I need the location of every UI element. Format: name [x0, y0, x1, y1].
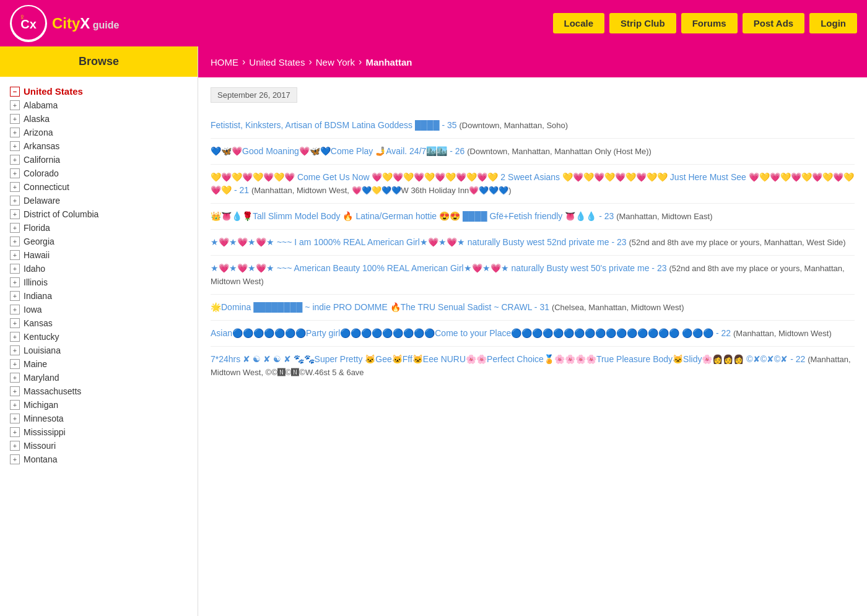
breadcrumb-sep-2: › — [308, 56, 312, 67]
listing-meta: (Chelsea, Manhattan, Midtown West) — [552, 303, 684, 312]
plus-icon: + — [10, 359, 20, 369]
sidebar-item-minnesota[interactable]: +Minnesota — [10, 412, 188, 425]
listing-link[interactable]: ★💗★💗★💗★ ~~~ I am 1000% REAL American Gir… — [211, 237, 627, 247]
root-label: United States — [24, 86, 83, 97]
listing-link[interactable]: Fetistist, Kinksters, Artisan of BDSM La… — [211, 120, 457, 130]
breadcrumb-manhattan[interactable]: Manhattan — [365, 57, 412, 67]
sidebar-item-maine[interactable]: +Maine — [10, 357, 188, 371]
nav-buttons: Locale Strip Club Forums Post Ads Login — [553, 13, 858, 33]
listing-link[interactable]: 🌟Domina ████████ ~ indie PRO DOMME 🔥The … — [211, 302, 549, 312]
listing-meta: (Manhattan, Midtown East) — [616, 212, 712, 221]
listing-item: 💛💗💛💗💛💗💛💗 Come Get Us Now 💗💛💗💛💗💛💗💛💗💛💗💛 2 … — [211, 165, 855, 204]
listing-link[interactable]: Asian🔵🔵🔵🔵🔵🔵🔵Party girl🔵🔵🔵🔵🔵🔵🔵🔵🔵Come to y… — [211, 328, 731, 338]
listing-item: 👑👅💧🌹Tall Slimm Model Body 🔥 Latina/Germa… — [211, 204, 855, 230]
sidebar-item-idaho[interactable]: +Idaho — [10, 262, 188, 275]
forums-button[interactable]: Forums — [681, 13, 738, 33]
plus-icon: + — [10, 141, 20, 151]
listings: September 26, 2017 Fetistist, Kinksters,… — [198, 77, 867, 395]
plus-icon: + — [10, 264, 20, 274]
sidebar-item-georgia[interactable]: +Georgia — [10, 235, 188, 248]
breadcrumb-ny[interactable]: New York — [316, 57, 355, 67]
strip-club-button[interactable]: Strip Club — [609, 13, 676, 33]
listing-item: ★💗★💗★💗★ ~~~ I am 1000% REAL American Gir… — [211, 230, 855, 256]
header: Cx ♀ CityX guide Locale Strip Club Forum… — [0, 0, 867, 46]
sidebar-item-michigan[interactable]: +Michigan — [10, 398, 188, 412]
sidebar-item-iowa[interactable]: +Iowa — [10, 303, 188, 316]
listing-item: 7*24hrs ✘ ☯ ✘ ☯ ✘ 🐾🐾Super Pretty 🐱Gee🐱Ff… — [211, 347, 855, 385]
listing-link[interactable]: 👑👅💧🌹Tall Slimm Model Body 🔥 Latina/Germa… — [211, 211, 614, 221]
sidebar-item-arizona[interactable]: +Arizona — [10, 126, 188, 139]
sidebar-item-alabama[interactable]: +Alabama — [10, 98, 188, 112]
plus-icon: + — [10, 454, 20, 464]
breadcrumb-home[interactable]: HOME — [211, 57, 238, 67]
listing-item: Fetistist, Kinksters, Artisan of BDSM La… — [211, 113, 855, 139]
breadcrumb-us-link[interactable]: United States — [249, 57, 305, 67]
plus-icon: + — [10, 100, 20, 110]
breadcrumb-home-link[interactable]: HOME — [211, 57, 238, 67]
plus-icon: + — [10, 114, 20, 124]
listing-meta: (52nd and 8th ave my place or yours, Man… — [629, 238, 845, 247]
plus-icon: + — [10, 155, 20, 165]
listing-meta: (Downtown, Manhattan, Soho) — [460, 121, 569, 130]
sidebar-item-colorado[interactable]: +Colorado — [10, 167, 188, 180]
sidebar-item-maryland[interactable]: +Maryland — [10, 371, 188, 384]
login-button[interactable]: Login — [809, 13, 857, 33]
sidebar-item-massachusetts[interactable]: +Massachusetts — [10, 384, 188, 398]
sidebar-item-alaska[interactable]: +Alaska — [10, 112, 188, 126]
locale-button[interactable]: Locale — [553, 13, 605, 33]
plus-icon: + — [10, 414, 20, 423]
sidebar-item-united-states[interactable]: − United States — [10, 84, 188, 98]
plus-icon: + — [10, 128, 20, 137]
logo-text: CityX guide — [52, 15, 119, 32]
listing-link[interactable]: 7*24hrs ✘ ☯ ✘ ☯ ✘ 🐾🐾Super Pretty 🐱Gee🐱Ff… — [211, 354, 805, 364]
sidebar-item-connecticut[interactable]: +Connecticut — [10, 180, 188, 194]
main-layout: Browse − United States +Alabama+Alaska+A… — [0, 46, 867, 616]
sidebar-item-illinois[interactable]: +Illinois — [10, 275, 188, 289]
sidebar-item-florida[interactable]: +Florida — [10, 221, 188, 235]
plus-icon: + — [10, 168, 20, 178]
listing-item: Asian🔵🔵🔵🔵🔵🔵🔵Party girl🔵🔵🔵🔵🔵🔵🔵🔵🔵Come to y… — [211, 321, 855, 347]
sidebar-item-mississippi[interactable]: +Mississippi — [10, 425, 188, 439]
plus-icon: + — [10, 318, 20, 328]
plus-icon: + — [10, 345, 20, 355]
plus-icon: + — [10, 400, 20, 410]
states-list: +Alabama+Alaska+Arizona+Arkansas+Califor… — [10, 98, 188, 466]
sidebar-item-kentucky[interactable]: +Kentucky — [10, 330, 188, 344]
breadcrumb-us[interactable]: United States — [249, 57, 305, 67]
logo-area: Cx ♀ CityX guide — [10, 5, 119, 42]
sidebar-item-delaware[interactable]: +Delaware — [10, 194, 188, 207]
plus-icon: + — [10, 305, 20, 315]
listing-link[interactable]: ★💗★💗★💗★ ~~~ American Beauty 100% REAL Am… — [211, 263, 666, 273]
plus-icon: + — [10, 386, 20, 396]
breadcrumb-ny-link[interactable]: New York — [316, 57, 355, 67]
post-ads-button[interactable]: Post Ads — [743, 13, 804, 33]
browse-header: Browse — [0, 46, 198, 77]
plus-icon: + — [10, 291, 20, 301]
plus-icon: + — [10, 223, 20, 233]
sidebar-item-missouri[interactable]: +Missouri — [10, 439, 188, 453]
sidebar-item-district-of-columbia[interactable]: +District of Columbia — [10, 207, 188, 221]
breadcrumb: HOME › United States › New York › Manhat… — [198, 46, 867, 77]
minus-icon: − — [10, 87, 20, 97]
breadcrumb-manhattan-label: Manhattan — [365, 57, 412, 67]
listing-meta: (Manhattan, Midtown West) — [733, 329, 832, 338]
sidebar-item-california[interactable]: +California — [10, 153, 188, 167]
sidebar-content: − United States +Alabama+Alaska+Arizona+… — [0, 77, 198, 474]
sidebar-item-kansas[interactable]: +Kansas — [10, 316, 188, 330]
sidebar: Browse − United States +Alabama+Alaska+A… — [0, 46, 198, 616]
listing-meta: (Manhattan, Midtown West, 💗💙💛💙💙W 36th Ho… — [251, 186, 512, 195]
sidebar-item-indiana[interactable]: +Indiana — [10, 289, 188, 303]
plus-icon: + — [10, 427, 20, 437]
sidebar-item-hawaii[interactable]: +Hawaii — [10, 248, 188, 262]
listings-list: Fetistist, Kinksters, Artisan of BDSM La… — [211, 113, 855, 385]
sidebar-item-louisiana[interactable]: +Louisiana — [10, 344, 188, 357]
listing-item: ★💗★💗★💗★ ~~~ American Beauty 100% REAL Am… — [211, 256, 855, 295]
breadcrumb-sep-3: › — [359, 56, 362, 67]
breadcrumb-sep-1: › — [242, 56, 245, 67]
listing-link[interactable]: 💙🦋💗Good Moaning💗🦋💙Come Play 🤳Avail. 24/7… — [211, 146, 464, 156]
plus-icon: + — [10, 236, 20, 246]
plus-icon: + — [10, 250, 20, 260]
date-label: September 26, 2017 — [211, 87, 297, 103]
sidebar-item-montana[interactable]: +Montana — [10, 453, 188, 466]
sidebar-item-arkansas[interactable]: +Arkansas — [10, 139, 188, 153]
